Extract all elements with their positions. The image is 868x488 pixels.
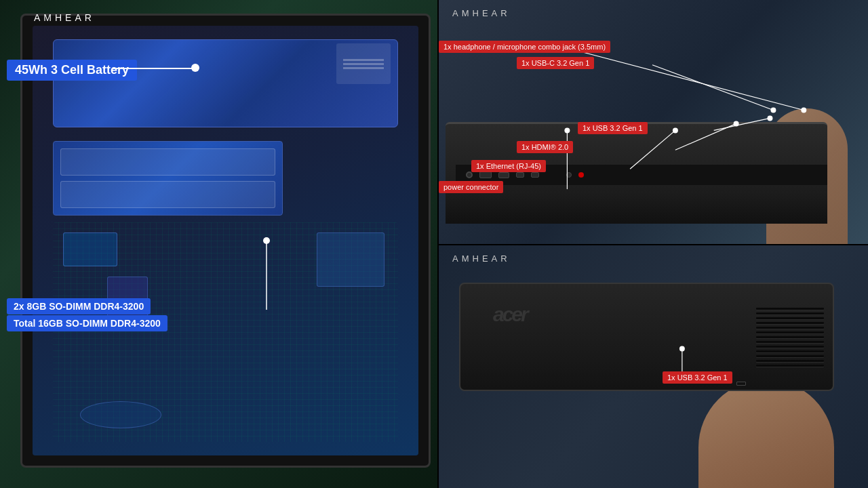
hdmi-port-visual <box>498 172 509 178</box>
annotation-hdmi: 1x HDMI® 2.0 <box>517 141 573 153</box>
usb32-label-text: 1x USB 3.2 Gen 1 <box>583 124 643 132</box>
power-label-text: power connector <box>443 183 498 191</box>
headphone-label-text: 1x headphone / microphone combo jack (3.… <box>443 43 606 51</box>
annotation-usb32-label: 1x USB 3.2 Gen 1 <box>578 122 648 134</box>
ram-label-2-text: Total 16GB SO-DIMM DDR4-3200 <box>14 318 161 329</box>
ram-label-1: 2x 8GB SO-DIMM DDR4-3200 <box>7 298 151 314</box>
usbc-port-visual <box>531 172 539 178</box>
logo-bottom-right: AMHEAR <box>452 253 511 264</box>
logo-left: AMHEAR <box>34 12 95 23</box>
usbc-label-text: 1x USB-C 3.2 Gen 1 <box>521 59 589 67</box>
led-visual <box>578 172 584 178</box>
annotation-hdmi-label: 1x HDMI® 2.0 <box>517 141 573 153</box>
laptop-frame <box>20 14 431 468</box>
logo-left-text: AMHEAR <box>34 12 95 23</box>
logo-top-right: AMHEAR <box>452 8 511 18</box>
battery-label: 45Wh 3 Cell Battery <box>7 60 137 81</box>
ram-label-1-text: 2x 8GB SO-DIMM DDR4-3200 <box>14 301 144 312</box>
power-port-visual <box>466 171 473 178</box>
logo-br-text: AMHEAR <box>452 253 511 264</box>
ram-modules <box>53 141 283 216</box>
annotation-usbc-label: 1x USB-C 3.2 Gen 1 <box>517 57 594 69</box>
top-right-panel: AMHEAR <box>437 0 868 244</box>
laptop-vents <box>753 289 827 384</box>
laptop-interior <box>33 26 418 455</box>
annotation-usbc: 1x USB-C 3.2 Gen 1 <box>517 57 594 69</box>
battery-label-text: 45Wh 3 Cell Battery <box>15 63 129 77</box>
rj45-port-visual <box>479 171 492 178</box>
annotation-power-label: power connector <box>439 181 503 193</box>
laptop-brand-logo: acer <box>493 303 527 326</box>
annotation-ethernet-label: 1x Ethernet (RJ-45) <box>471 160 546 172</box>
annotation-bottom-usb-label: 1x USB 3.2 Gen 1 <box>663 371 732 384</box>
battery-connector-line <box>112 68 193 69</box>
annotation-ethernet: 1x Ethernet (RJ-45) <box>471 160 546 172</box>
annotation-bottom-usb: 1x USB 3.2 Gen 1 <box>663 371 732 384</box>
motherboard <box>53 222 398 442</box>
annotation-headphone: 1x headphone / microphone combo jack (3.… <box>439 41 610 53</box>
laptop-bottom-view: acer <box>459 283 834 391</box>
bottom-usb-port <box>736 382 746 386</box>
ethernet-label-text: 1x Ethernet (RJ-45) <box>476 162 541 170</box>
annotation-usb32: 1x USB 3.2 Gen 1 <box>578 122 648 134</box>
bottom-right-panel: AMHEAR acer 1x USB 3.2 <box>437 244 868 488</box>
battery-component <box>53 39 398 127</box>
jack-port-visual <box>566 172 572 178</box>
annotation-power: power connector <box>439 181 503 193</box>
logo-tr-text: AMHEAR <box>452 8 511 18</box>
battery-connector-dot <box>191 64 199 72</box>
usb-port-visual <box>516 172 524 178</box>
annotation-headphone-label: 1x headphone / microphone combo jack (3.… <box>439 41 610 53</box>
ram-label-2: Total 16GB SO-DIMM DDR4-3200 <box>7 315 167 331</box>
laptop-side-view <box>446 122 827 224</box>
hdmi-label-text: 1x HDMI® 2.0 <box>521 143 568 151</box>
bottom-usb-label-text: 1x USB 3.2 Gen 1 <box>667 373 728 382</box>
left-panel: AMHEAR 45Wh 3 Cell Battery 2x 8GB SO-DIM… <box>0 0 437 488</box>
